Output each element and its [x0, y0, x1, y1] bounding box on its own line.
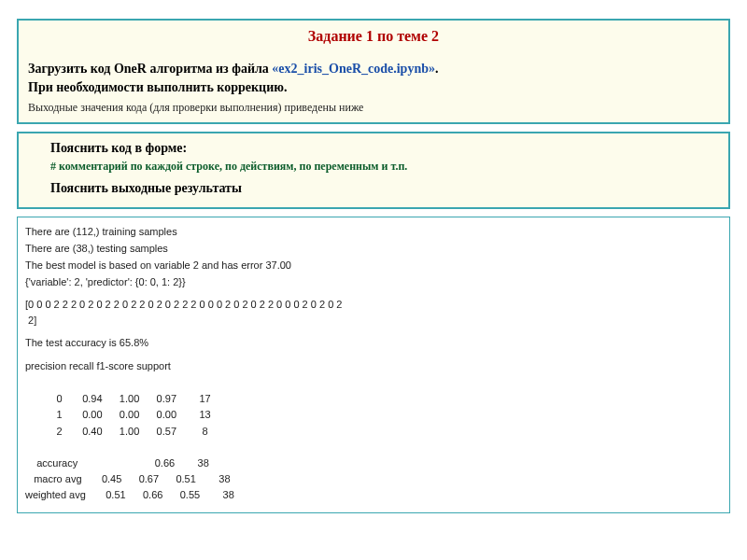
explain-heading-1: Пояснить код в форме: — [50, 141, 719, 156]
task-text-prefix: Загрузить код OneR алгоритма из файла — [28, 62, 272, 76]
output-line: There are (112,) training samples — [25, 224, 722, 240]
output-panel: There are (112,) training samples There … — [17, 217, 730, 513]
report-header: precision recall f1-score support — [25, 358, 722, 374]
file-link[interactable]: «ex2_iris_OneR_code.ipynb» — [272, 62, 435, 76]
task-panel-1: Задание 1 по теме 2 Загрузить код OneR а… — [17, 19, 730, 124]
comment-template: # комментарий по каждой строке, по дейст… — [50, 160, 719, 174]
task-title: Задание 1 по теме 2 — [28, 24, 719, 58]
output-accuracy: The test accuracy is 65.8% — [25, 335, 722, 351]
task-panel-2: Пояснить код в форме: # комментарий по к… — [17, 132, 730, 209]
output-array: [0 0 0 2 2 2 0 2 0 2 2 0 2 2 0 2 0 2 2 2… — [25, 297, 722, 329]
output-line: The best model is based on variable 2 an… — [25, 258, 722, 273]
task-subnote: Выходные значения кода (для проверки вып… — [28, 101, 719, 115]
task-instruction-1: Загрузить код OneR алгоритма из файла «e… — [28, 62, 719, 77]
task-text-suffix: . — [435, 62, 439, 76]
output-line: There are (38,) testing samples — [25, 241, 722, 257]
explain-heading-2: Пояснить выходные результаты — [50, 181, 719, 196]
task-instruction-2: При необходимости выполнить коррекцию. — [28, 80, 719, 95]
classification-report: 0 0.94 1.00 0.97 17 1 0.00 0.00 0.00 13 … — [25, 375, 722, 502]
output-line: {'variable': 2, 'predictor': {0: 0, 1: 2… — [25, 274, 722, 290]
